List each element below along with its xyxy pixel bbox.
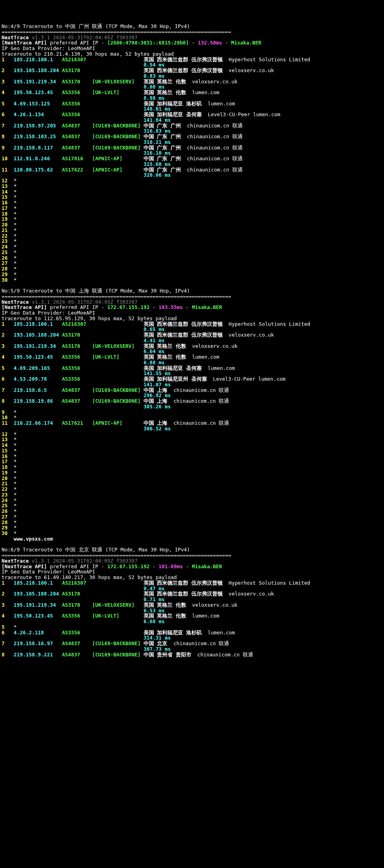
hop-num: 29	[2, 525, 14, 531]
star: *	[14, 497, 17, 503]
hop-lat: 8.98 ms	[144, 95, 165, 101]
hop-lat-row: 300.52 ms	[2, 426, 382, 432]
hop-lat: 296.92 ms	[144, 392, 171, 398]
hop-loc: 中国 广东 广州	[144, 133, 181, 139]
star: *	[14, 238, 17, 244]
hop-tag: [UK-VELOXSERV]	[92, 602, 144, 608]
geo-line: IP Geo Data Provider: LeoMoeAPI	[2, 310, 382, 316]
hop-ip: 185.218.100.1	[14, 580, 62, 586]
hop-num: 1	[2, 321, 14, 327]
hop-host: chinaunicom.cn	[187, 167, 229, 173]
hop-tag	[92, 111, 144, 117]
hop-timeout: 19 *	[2, 216, 382, 222]
traceline: traceroute to 112.65.95.129, 30 hops max…	[2, 315, 177, 321]
hop-num: 21	[2, 480, 14, 486]
hop-lat-row: 0.54 ms	[2, 62, 382, 68]
watermark: www.vpsxs.com	[2, 536, 382, 542]
hop-row: 6 4.53.209.78 AS3356 美国 加利福尼亚州 圣何塞 Level…	[2, 376, 382, 382]
hop-row: 6 4.26.1.134 AS3356 美国 加利福尼亚 圣何塞 Level3-…	[2, 112, 382, 117]
hop-num: 23	[2, 238, 14, 244]
hop-tag: [CU169-BACKBONE]	[92, 387, 144, 393]
star: *	[14, 271, 17, 277]
hop-row: 3 195.191.219.34 AS3170 [UK-VELOXSERV] 英…	[2, 343, 382, 349]
hop-loc: 英国 西米德兰兹郡 伍尔弗汉普顿	[144, 67, 223, 73]
hop-timeout: 18 *	[2, 211, 382, 217]
pad	[2, 62, 144, 68]
sep: ========================================…	[2, 29, 231, 35]
geo: IP Geo Data Provider: LeoMoeAPI	[2, 569, 95, 575]
hop-lat: 141.55 ms	[144, 370, 171, 376]
hop-ip: 120.80.175.62	[14, 167, 62, 173]
hop-timeout: 28 *	[2, 266, 382, 272]
star: *	[14, 458, 17, 464]
hop-tag	[92, 101, 144, 107]
hop-asn: AS4837	[62, 123, 92, 129]
hop-lat-row: 141.84 ms	[2, 117, 382, 123]
hop-tag: [UK-LVLT]	[92, 89, 144, 95]
pad	[2, 382, 144, 388]
api-text: preferred API IP -	[47, 40, 108, 46]
hop-num: 7	[2, 387, 14, 393]
hop-num: 3	[2, 79, 14, 85]
hop-loc: 英国 西米德兰兹郡 伍尔弗汉普顿	[144, 57, 223, 63]
star: *	[14, 431, 17, 437]
hop-host: veloxserv.co.uk	[229, 67, 274, 73]
hop-loc: 英国 西米德兰兹郡 伍尔弗汉普顿	[144, 321, 223, 327]
nexttrace: NextTrace	[2, 299, 29, 305]
hop-lat: 6.68 ms	[144, 618, 165, 624]
hop-loc: 中国 广东 广州	[144, 167, 181, 173]
hop-host2: 联通	[219, 420, 229, 426]
hop-num: 5	[2, 365, 14, 371]
pad	[2, 646, 144, 652]
star: *	[14, 249, 17, 255]
star: *	[14, 492, 17, 498]
api-node: Misaka.BER	[231, 40, 261, 46]
hop-host: lumen.com	[192, 89, 219, 95]
pad	[2, 139, 144, 145]
hop-loc: 中国 广东 广州	[144, 155, 181, 161]
hop-num: 10	[2, 414, 14, 420]
pad	[2, 172, 144, 178]
hop-num: 26	[2, 508, 14, 514]
hop-ip: 185.218.100.1	[14, 57, 62, 63]
hop-host: Hyperhost Solutions Limited	[229, 321, 310, 327]
hop-lat-row: 310.21 ms	[2, 139, 382, 145]
hop-asn: AS216307	[62, 57, 92, 63]
hop-tag: [APNIC-AP]	[92, 167, 144, 173]
nexttrace: NextTrace	[2, 558, 29, 564]
hop-asn: AS3356	[62, 354, 92, 360]
pad	[2, 106, 144, 112]
api-line: [NextTrace API] preferred API IP - 172.6…	[2, 305, 382, 310]
hop-asn: AS17816	[62, 155, 92, 161]
star: *	[14, 260, 17, 266]
hop-host: lumen.com	[192, 354, 219, 360]
hop-num: 5	[2, 101, 14, 107]
hop-row: 6 4.26.2.118 AS3356 美国 加利福尼亚 洛杉矶 lumen.c…	[2, 630, 382, 636]
hop-asn: AS3356	[62, 376, 92, 382]
hop-ip: 195.50.123.45	[14, 354, 62, 360]
hop-loc: 英国 英格兰 伦敦	[144, 354, 186, 360]
hop-num: 28	[2, 266, 14, 272]
hop-num: 12	[2, 178, 14, 184]
hop-row: 5 4.69.209.165 AS3356 美国 加利福尼亚 圣何塞 lumen…	[2, 365, 382, 371]
star: *	[14, 189, 17, 195]
pad	[2, 128, 144, 134]
star: *	[14, 183, 17, 189]
hop-asn: AS3170	[62, 343, 92, 349]
hop-lat: 4.41 ms	[144, 337, 165, 343]
hop-host: veloxserv.co.uk	[229, 332, 274, 338]
hop-lat-row: 8.08 ms	[2, 84, 382, 90]
header: No:4/9 Traceroute to 中国 广州 联通 (TCP Mode,…	[2, 23, 190, 29]
hop-ip: 4.69.209.165	[14, 365, 62, 371]
hop-ip: 219.158.19.86	[14, 398, 62, 404]
hop-num: 19	[2, 470, 14, 476]
hop-ip: 195.50.123.45	[14, 89, 62, 95]
block-header: No:4/9 Traceroute to 中国 广州 联通 (TCP Mode,…	[2, 24, 382, 29]
hop-timeout: 21 *	[2, 228, 382, 233]
hop-timeout: 15 *	[2, 448, 382, 454]
hop-num: 21	[2, 227, 14, 233]
hop-lat: 315.60 ms	[144, 161, 171, 167]
hop-host2: 联通	[219, 398, 229, 404]
hop-host: lumen.com	[208, 101, 235, 107]
pad	[2, 608, 144, 614]
